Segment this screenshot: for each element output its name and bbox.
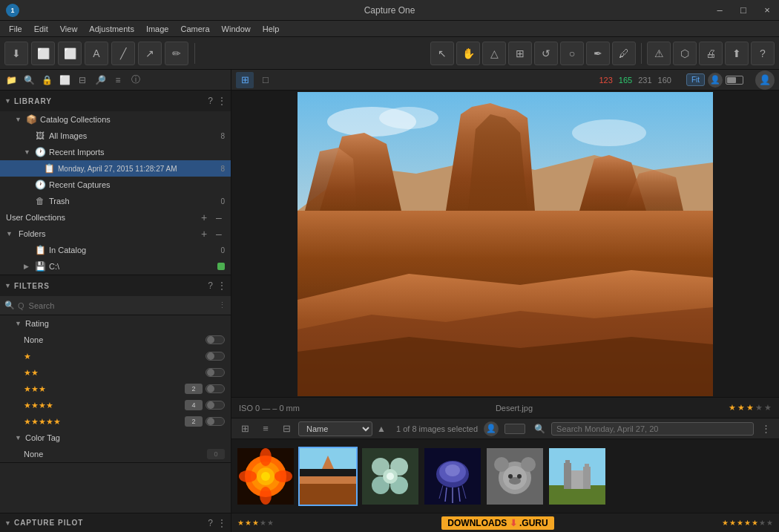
menu-camera[interactable]: Camera <box>174 23 215 35</box>
pen-tool-button[interactable]: ✒ <box>586 42 610 65</box>
help-button[interactable]: ? <box>751 42 775 65</box>
filters-header[interactable]: ▼ FILTERS ? ⋮ <box>0 275 231 296</box>
viewer-button[interactable]: ⬜ <box>31 42 55 65</box>
date-icon: 📋 <box>43 163 55 174</box>
rating-4star-toggle[interactable] <box>206 401 225 410</box>
trash-item[interactable]: 🗑 Trash 0 <box>0 193 231 209</box>
eyedropper-button[interactable]: 🖊 <box>612 42 636 65</box>
import-tool-button[interactable]: ⬇ <box>4 42 28 65</box>
mask-button[interactable]: ⬡ <box>673 42 697 65</box>
capture-pilot-help-icon[interactable]: ? <box>208 518 213 528</box>
svg-point-34 <box>387 473 394 480</box>
rotate-tool-button[interactable]: ↺ <box>534 42 558 65</box>
filmstrip-grid-btn[interactable]: ⊞ <box>236 421 254 437</box>
menu-window[interactable]: Window <box>216 23 257 35</box>
catalog-collections-item[interactable]: ▼ 📦 Catalog Collections <box>0 111 231 128</box>
folders-remove-button[interactable]: – <box>213 228 225 240</box>
filters-menu-icon[interactable]: ⋮ <box>217 280 226 291</box>
menu-edit[interactable]: Edit <box>28 23 54 35</box>
rating-5star-toggle[interactable] <box>206 417 225 426</box>
in-catalog-item[interactable]: 📋 In Catalog 0 <box>0 242 231 258</box>
color-tag-label: Color Tag <box>25 433 231 442</box>
recent-imports-item[interactable]: ▼ 🕐 Recent Imports <box>0 144 231 160</box>
recent-captures-item[interactable]: 🕐 Recent Captures <box>0 177 231 193</box>
hand-tool-button[interactable]: ✋ <box>456 42 480 65</box>
sort-direction-button[interactable]: ▲ <box>375 421 387 437</box>
recent-import-date-item[interactable]: 📋 Monday, April 27, 2015 11:28:27 AM 8 <box>0 160 231 177</box>
menu-adjustments[interactable]: Adjustments <box>83 23 140 35</box>
capture-pilot-section: ▼ CAPTURE PILOT ? ⋮ <box>0 513 231 532</box>
filmstrip-sort-select[interactable]: Name Date Rating <box>298 421 372 436</box>
grid-view-button[interactable]: ⊞ <box>236 72 254 88</box>
user-collections-label: User Collections <box>6 213 195 222</box>
folders-add-button[interactable]: + <box>198 228 210 240</box>
user-collections-add-button[interactable]: + <box>198 211 210 223</box>
user-icon: 👤 <box>755 70 775 90</box>
color-tag-header[interactable]: ▼ Color Tag <box>0 430 231 446</box>
lib-crop-icon[interactable]: ⊟ <box>74 72 91 88</box>
crop-tool-button[interactable]: △ <box>482 42 506 65</box>
svg-rect-56 <box>571 470 583 489</box>
library-header[interactable]: ▼ LIBRARY ? ⋮ <box>0 91 231 111</box>
drive-item[interactable]: ▶ 💾 C:\ <box>0 258 231 275</box>
filmstrip-thumb-5[interactable] <box>485 447 545 506</box>
capture-pilot-menu-icon[interactable]: ⋮ <box>217 518 226 528</box>
library-help-icon[interactable]: ? <box>208 96 213 106</box>
list-view-button[interactable]: □ <box>257 72 275 88</box>
brush-button[interactable]: ╱ <box>111 42 135 65</box>
filmstrip-thumb-4[interactable] <box>423 447 482 506</box>
minimize-button[interactable]: – <box>708 0 732 21</box>
lib-info-icon[interactable]: ⓘ <box>128 72 144 88</box>
filmstrip-detail-btn[interactable]: ⊟ <box>277 421 295 437</box>
close-button[interactable]: × <box>755 0 779 21</box>
in-catalog-count: 0 <box>220 246 225 254</box>
rating-section-header[interactable]: ▼ Rating <box>0 315 231 332</box>
rating-2star-toggle[interactable] <box>206 368 225 377</box>
filmstrip-thumb-1[interactable] <box>236 447 295 506</box>
filmstrip-more-btn[interactable]: ⋮ <box>757 421 775 437</box>
oval-tool-button[interactable]: ○ <box>560 42 584 65</box>
erase-button[interactable]: ✏ <box>165 42 188 65</box>
filmstrip-search-input[interactable] <box>551 422 754 436</box>
menu-view[interactable]: View <box>54 23 84 35</box>
transform-tool-button[interactable]: ⊞ <box>508 42 532 65</box>
lib-folder-icon[interactable]: 📁 <box>3 72 19 88</box>
rating-3star-toggle[interactable] <box>206 384 225 393</box>
lib-search-icon[interactable]: 🔍 <box>21 72 37 88</box>
compare-button[interactable]: ⬜ <box>58 42 82 65</box>
user-collections-remove-button[interactable]: – <box>213 211 225 223</box>
upload-button[interactable]: ⬆ <box>725 42 749 65</box>
search-options-button[interactable]: ⋮ <box>218 301 226 310</box>
maximize-button[interactable]: □ <box>732 0 755 21</box>
search-input[interactable] <box>29 301 215 310</box>
image-stars: ★ ★ ★ ★ ★ <box>729 403 772 413</box>
filmstrip-list-btn[interactable]: ≡ <box>257 421 275 437</box>
library-menu-icon[interactable]: ⋮ <box>217 96 226 106</box>
lib-lock-icon[interactable]: 🔒 <box>39 72 55 88</box>
menu-file[interactable]: File <box>3 23 28 35</box>
rating-1star-toggle[interactable] <box>206 352 225 361</box>
print-button[interactable]: 🖨 <box>699 42 723 65</box>
recent-imports-arrow: ▼ <box>24 148 31 156</box>
cursor-tool-button[interactable]: ↖ <box>430 42 454 65</box>
svg-rect-27 <box>300 476 356 484</box>
viewer-person-icon: 👤 <box>708 73 723 88</box>
catalog-icon: 📦 <box>25 114 37 125</box>
all-images-item[interactable]: 🖼 All Images 8 <box>0 128 231 144</box>
filmstrip-thumb-2[interactable] <box>298 447 358 506</box>
lib-magnify-icon[interactable]: 🔎 <box>92 72 108 88</box>
filters-help-icon[interactable]: ? <box>208 280 213 291</box>
fit-button[interactable]: Fit <box>686 73 705 86</box>
star-4-empty: ★ <box>755 403 763 413</box>
text-button[interactable]: A <box>85 42 108 65</box>
export-button[interactable]: ↗ <box>138 42 162 65</box>
warning-button[interactable]: ⚠ <box>647 42 671 65</box>
menu-image[interactable]: Image <box>140 23 175 35</box>
rating-none-toggle[interactable] <box>206 335 225 344</box>
menu-help[interactable]: Help <box>257 23 286 35</box>
filmstrip-thumb-6[interactable] <box>548 447 607 506</box>
filmstrip-thumb-3[interactable] <box>361 447 420 506</box>
lib-album-icon[interactable]: ⬜ <box>56 72 73 88</box>
rating-2star-item: ★★ <box>0 364 231 381</box>
lib-list-icon[interactable]: ≡ <box>110 72 126 88</box>
